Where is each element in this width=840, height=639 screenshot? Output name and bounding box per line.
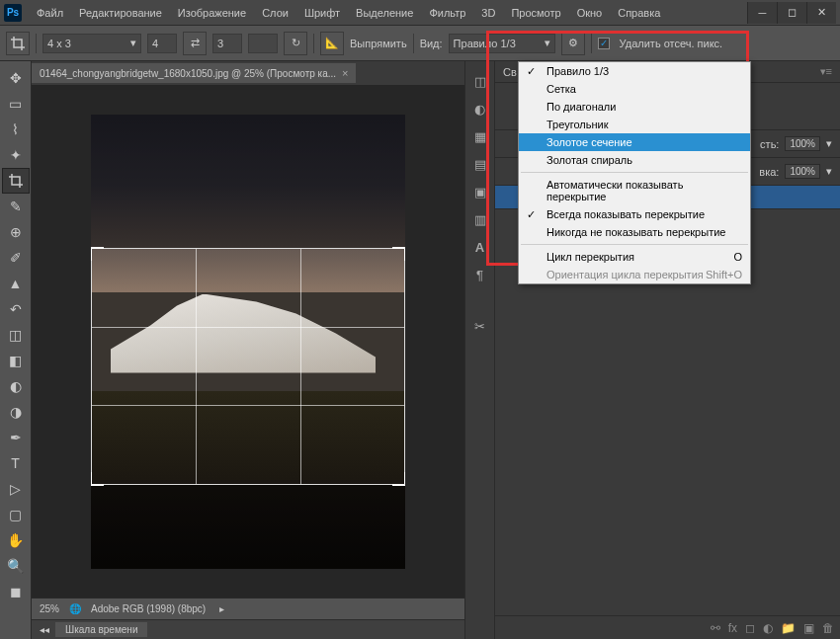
fx-icon[interactable]: fx [728,621,737,635]
dodge-tool[interactable]: ◑ [2,399,30,425]
document-tab[interactable]: 01464_chongyangbridgetw_1680x1050.jpg @ … [32,63,356,83]
dropdown-golden-spiral[interactable]: Золотая спираль [519,151,750,169]
move-tool[interactable]: ✥ [2,65,30,91]
paragraph-icon[interactable]: ¶ [468,263,492,286]
trash-icon[interactable]: 🗑 [822,621,834,635]
healing-tool[interactable]: ⊕ [2,219,30,245]
close-tab-icon[interactable]: × [342,67,348,79]
crop-box[interactable] [91,248,405,485]
panel-icon-4[interactable]: ▤ [468,152,492,176]
globe-icon[interactable]: 🌐 [69,603,81,614]
view-dropdown: Правило 1/3 Сетка По диагонали Треугольн… [518,61,751,284]
adjustments-icon[interactable]: ◐ [468,97,492,120]
crop-tool-icon[interactable] [6,32,30,55]
straighten-icon[interactable]: 📐 [320,32,344,55]
gradient-tool[interactable]: ◧ [2,348,30,373]
menu-window[interactable]: Окно [570,3,610,23]
menu-file[interactable]: Файл [30,3,70,23]
histogram-icon[interactable]: ◫ [468,69,492,93]
dropdown-cycle-overlay[interactable]: Цикл перекрытияO [519,248,750,266]
width-input[interactable] [147,34,177,53]
crop-handle-bl[interactable] [91,472,104,486]
dropdown-auto-overlay[interactable]: Автоматически показывать перекрытие [519,176,750,205]
minimize-button[interactable]: ─ [747,2,777,24]
view-select[interactable]: Правило 1/3▾ [449,34,555,53]
color-swatch[interactable]: ◼ [2,579,30,604]
photoshop-logo: Ps [4,4,22,22]
zoom-level[interactable]: 25% [40,603,59,614]
gear-icon[interactable]: ⚙ [561,32,585,55]
pen-tool[interactable]: ✒ [2,425,30,450]
layers-icon[interactable]: ▣ [468,180,492,203]
dropdown-triangle[interactable]: Треугольник [519,116,750,133]
close-button[interactable]: ✕ [806,2,836,24]
dropdown-golden-ratio[interactable]: Золотое сечение [519,133,750,151]
dropdown-never-overlay[interactable]: Никогда не показывать перекрытие [519,223,750,241]
shape-tool[interactable]: ▢ [2,502,30,527]
toolbox: ✥ ▭ ⌇ ✦ ✎ ⊕ ✐ ▲ ↶ ◫ ◧ ◐ ◑ ✒ T ▷ ▢ ✋ 🔍 ◼ [0,61,32,639]
menu-type[interactable]: Шрифт [297,3,347,23]
opacity-label: сть: [760,138,779,150]
new-layer-icon[interactable]: ▣ [803,621,814,635]
height-input[interactable] [212,34,242,53]
menu-3d[interactable]: 3D [474,3,502,23]
hand-tool[interactable]: ✋ [2,527,30,553]
zoom-tool[interactable]: 🔍 [2,553,30,579]
folder-icon[interactable]: 📁 [781,621,796,635]
dropdown-always-overlay[interactable]: Всегда показывать перекрытие [519,205,750,223]
document-tab-title: 01464_chongyangbridgetw_1680x1050.jpg @ … [40,68,336,79]
view-label: Вид: [420,38,443,49]
fill-value[interactable]: 100% [785,164,820,179]
fill-label: вка: [759,166,779,178]
dropdown-grid[interactable]: Сетка [519,80,750,98]
dropdown-diagonal[interactable]: По диагонали [519,98,750,116]
straighten-label[interactable]: Выпрямить [350,38,407,49]
panel-icon-6[interactable]: ▥ [468,207,492,231]
path-selection-tool[interactable]: ▷ [2,476,30,502]
history-brush-tool[interactable]: ↶ [2,296,30,322]
adjustment-icon[interactable]: ◐ [763,621,773,635]
brush-tool[interactable]: ✐ [2,245,30,271]
eraser-tool[interactable]: ◫ [2,322,30,348]
menu-filter[interactable]: Фильтр [422,3,472,23]
menu-edit[interactable]: Редактирование [72,3,169,23]
blur-tool[interactable]: ◐ [2,373,30,399]
menu-help[interactable]: Справка [611,3,667,23]
menu-select[interactable]: Выделение [349,3,420,23]
resolution-input[interactable] [248,34,278,53]
tools-icon[interactable]: ✂ [468,314,492,338]
crop-tool[interactable] [2,168,30,194]
link-icon[interactable]: ⚯ [711,621,720,635]
character-icon[interactable]: A [468,235,492,259]
crop-handle-tr[interactable] [392,247,405,261]
ratio-select[interactable]: 4 x 3▾ [42,34,141,53]
menu-view[interactable]: Просмотр [504,3,567,23]
clear-button[interactable]: ↻ [284,32,307,55]
stamp-tool[interactable]: ▲ [2,271,30,296]
menu-layers[interactable]: Слои [255,3,295,23]
menu-image[interactable]: Изображение [171,3,253,23]
lasso-tool[interactable]: ⌇ [2,117,30,142]
eyedropper-tool[interactable]: ✎ [2,194,30,219]
magic-wand-tool[interactable]: ✦ [2,142,30,168]
panel-icon-3[interactable]: ▦ [468,124,492,148]
opacity-value[interactable]: 100% [785,136,820,151]
dropdown-rule-thirds[interactable]: Правило 1/3 [519,62,750,80]
crop-handle-tl[interactable] [91,247,104,261]
swap-dimensions-button[interactable]: ⇄ [183,32,207,55]
color-profile[interactable]: Adobe RGB (1998) (8bpc) [91,603,206,614]
canvas[interactable] [91,115,405,569]
type-tool[interactable]: T [2,450,30,476]
crop-handle-br[interactable] [392,472,405,486]
timeline-tab[interactable]: Шкала времени [55,622,147,637]
delete-pixels-label: Удалить отсеч. пикс. [620,38,723,49]
delete-pixels-checkbox[interactable]: ✓ [598,38,610,49]
marquee-tool[interactable]: ▭ [2,91,30,117]
dropdown-cycle-orientation[interactable]: Ориентация цикла перекрытияShift+O [519,266,750,283]
menu-bar: Файл Редактирование Изображение Слои Шри… [30,3,747,23]
mask-icon[interactable]: ◻ [745,621,755,635]
panel-tab[interactable]: Св [503,66,517,78]
maximize-button[interactable]: ◻ [777,2,806,24]
